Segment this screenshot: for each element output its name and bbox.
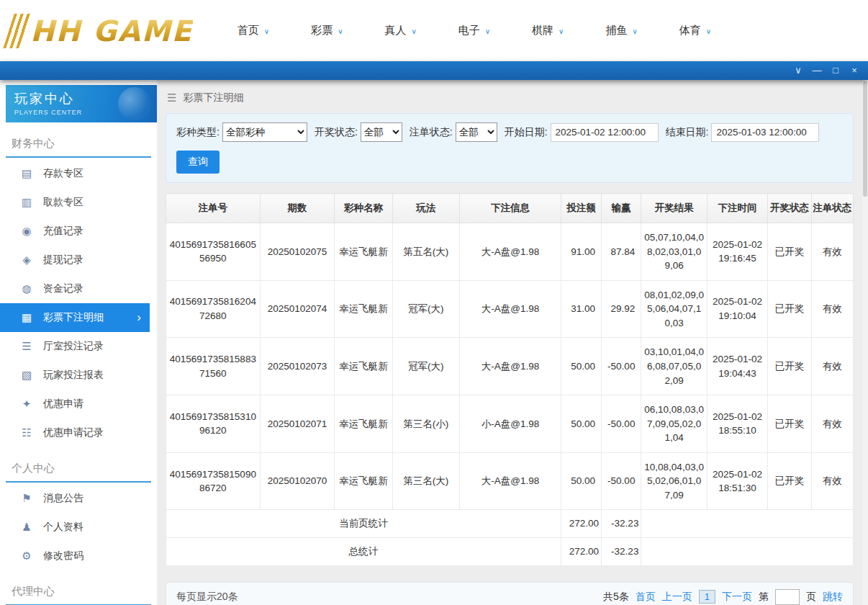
order-status-select[interactable]: 全部 [456, 122, 497, 142]
sidebar-item-promo-apply[interactable]: ✦ 优惠申请 [0, 390, 157, 418]
logo-text: HH GAME [30, 14, 193, 48]
deposit-icon: ▤ [20, 167, 33, 180]
first-page-link[interactable]: 首页 [636, 591, 656, 604]
section-title-finance: 财务中心 [6, 130, 151, 158]
table-cell: 已开奖 [768, 223, 811, 281]
table-cell: 2025-01-02 18:55:10 [707, 395, 767, 453]
content-area: 玩家中心 PLAYERS CENTER 财务中心 ▤ 存款专区 ▥ 取款专区 ◉… [0, 80, 868, 605]
sidebar-item-withdraw[interactable]: ▥ 取款专区 [0, 188, 157, 217]
table-cell: 401569173581531096120 [166, 395, 261, 453]
sidebar-item-hall-bet-record[interactable]: ☰ 厅室投注记录 [0, 332, 157, 361]
table-row: 401569173581588371560 20250102073 幸运飞艇新 … [166, 338, 854, 395]
scrollbar-thumb[interactable] [863, 81, 867, 197]
table-cell: 50.00 [561, 338, 601, 395]
bet-table-card: 注单号 期数 彩种名称 玩法 下注信息 投注额 输赢 开奖结果 下注时间 开奖状… [166, 193, 854, 566]
table-cell: 第三名(小) [392, 395, 459, 453]
table-row: 401569173581660556950 20250102075 幸运飞艇新 … [166, 223, 854, 281]
table-cell: 大-A盘@1.98 [460, 280, 561, 338]
table-cell: 2025-01-02 19:04:43 [707, 338, 767, 395]
logo: HH GAME [9, 14, 193, 48]
table-cell: -50.00 [602, 338, 641, 395]
sidebar-item-change-password[interactable]: ⚙ 修改密码 [0, 542, 157, 570]
table-cell: 87.84 [602, 223, 641, 281]
summary-winloss-total: -32.23 [602, 510, 641, 538]
table-cell: 幸运飞艇新 [335, 395, 392, 453]
person-icon: ♟ [20, 521, 33, 534]
sidebar-item-recharge-record[interactable]: ◉ 充值记录 [0, 217, 157, 246]
sidebar-item-profile[interactable]: ♟ 个人资料 [0, 513, 157, 542]
nav-item-home[interactable]: 首页 ∨ [238, 24, 269, 37]
nav-item-board-games[interactable]: 棋牌 ∨ [532, 24, 564, 37]
table-row: 401569173581620472680 20250102074 幸运飞艇新 … [166, 280, 854, 338]
sidebar-item-announcements[interactable]: ⚑ 消息公告 [0, 484, 157, 513]
sidebar-item-lottery-bet-detail[interactable]: ▦ 彩票下注明细 › [0, 303, 150, 332]
table-cell: 幸运飞艇新 [335, 338, 392, 395]
nav-item-lottery[interactable]: 彩票 ∨ [311, 24, 343, 37]
table-cell: 10,08,04,03,05,02,06,01,07,09 [641, 452, 707, 510]
draw-status-select[interactable]: 全部 [361, 122, 402, 142]
jump-button[interactable]: 跳转 [823, 591, 843, 604]
page-title: 彩票下注明细 [183, 91, 243, 104]
nav-item-live[interactable]: 真人 ∨ [384, 24, 416, 37]
chevron-down-icon[interactable]: ∨ [789, 61, 808, 80]
nav-label: 体育 [679, 24, 701, 37]
maximize-icon[interactable]: □ [826, 61, 845, 80]
table-row: 401569173581509086720 20250102070 幸运飞艇新 … [166, 452, 854, 510]
table-cell: 20250102074 [260, 280, 335, 338]
sidebar-item-promo-apply-record[interactable]: ☷ 优惠申请记录 [0, 418, 157, 447]
col-header: 下注信息 [460, 194, 561, 223]
total-count: 共5条 [603, 591, 629, 604]
chevron-down-icon: ∨ [706, 27, 711, 35]
close-icon[interactable]: × [845, 61, 864, 80]
table-cell: 401569173581509086720 [166, 452, 261, 510]
table-cell: 冠军(大) [392, 280, 459, 338]
col-header: 玩法 [392, 194, 459, 223]
lottery-type-select[interactable]: 全部彩种 [222, 122, 307, 142]
nav-item-fishing[interactable]: 捕鱼 ∨ [605, 24, 637, 37]
start-date-input[interactable] [551, 123, 659, 142]
chevron-down-icon: ∨ [338, 27, 343, 35]
end-date-input[interactable] [711, 123, 819, 142]
sidebar-item-deposit[interactable]: ▤ 存款专区 [0, 159, 157, 188]
main-panel: ☰ 彩票下注明细 彩种类型: 全部彩种 开奖状态: 全部 注单状态: 全部 [157, 80, 868, 605]
sidebar-item-player-bet-report[interactable]: ▧ 玩家投注报表 [0, 361, 157, 390]
table-cell: 20250102075 [260, 223, 335, 281]
app-window: HH GAME 首页 ∨ 彩票 ∨ 真人 ∨ 电子 ∨ 棋牌 ∨ [0, 0, 868, 605]
banner-decoration [118, 87, 151, 120]
col-header: 开奖状态 [768, 194, 811, 223]
table-cell: 03,10,01,04,06,08,07,05,02,09 [641, 338, 707, 395]
table-cell: 已开奖 [768, 395, 811, 453]
sidebar-item-label: 消息公告 [43, 492, 83, 505]
hall-bet-record-icon: ☰ [20, 340, 33, 353]
end-date-label: 结束日期: [666, 126, 709, 139]
nav-item-electronic[interactable]: 电子 ∨ [458, 24, 490, 37]
col-header: 开奖结果 [641, 194, 707, 223]
next-page-link[interactable]: 下一页 [722, 591, 752, 604]
table-cell: 大-A盘@1.98 [460, 223, 561, 281]
table-cell: 20250102070 [260, 452, 335, 510]
search-button[interactable]: 查询 [176, 151, 220, 174]
pagination-controls: 共5条 首页 上一页 1 下一页 第 页 跳转 [603, 589, 843, 605]
table-cell: 有效 [811, 280, 853, 338]
sidebar-item-funds-record[interactable]: ◍ 资金记录 [0, 274, 157, 303]
sidebar-item-label: 资金记录 [43, 282, 83, 295]
sidebar-item-withdrawal-record[interactable]: ◈ 提现记录 [0, 246, 157, 274]
nav-label: 真人 [384, 24, 406, 37]
nav-item-sports[interactable]: 体育 ∨ [679, 24, 711, 37]
minimize-icon[interactable]: — [808, 61, 826, 80]
bet-detail-icon: ▦ [20, 311, 33, 324]
summary-row-current-page: 当前页统计 272.00 -32.23 [166, 510, 854, 538]
page-size-label: 每页显示20条 [176, 591, 238, 604]
start-date-label: 开始日期: [505, 126, 548, 139]
vertical-scrollbar[interactable] [862, 80, 868, 605]
chevron-right-icon: › [137, 310, 141, 325]
nav-label: 电子 [458, 24, 480, 37]
chevron-down-icon: ∨ [559, 27, 564, 35]
table-cell: 有效 [811, 223, 853, 281]
prev-page-link[interactable]: 上一页 [662, 591, 692, 604]
col-header: 下注时间 [707, 194, 767, 223]
table-cell: 91.00 [561, 223, 601, 281]
jump-page-input[interactable] [775, 589, 800, 605]
table-cell: 第三名(大) [392, 452, 459, 510]
col-header: 输赢 [602, 194, 641, 223]
